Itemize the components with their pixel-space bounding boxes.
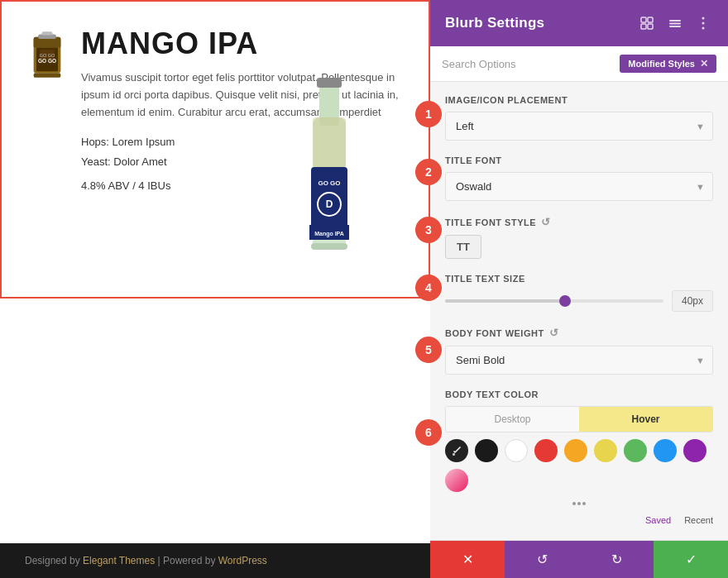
svg-point-29 bbox=[702, 27, 705, 30]
modified-styles-label: Modified Styles bbox=[628, 59, 695, 69]
title-text-size-label: Title Text Size bbox=[445, 274, 713, 284]
step-badge-2: 2 bbox=[415, 159, 442, 185]
title-text-size-fill bbox=[445, 299, 565, 303]
svg-rect-25 bbox=[669, 23, 681, 25]
svg-text:GO GO: GO GO bbox=[318, 179, 340, 187]
recent-label[interactable]: Recent bbox=[684, 515, 713, 525]
undo-icon: ↺ bbox=[537, 552, 548, 567]
beer-bottle: GO GO D Mango IPA bbox=[288, 51, 387, 332]
title-text-size-value[interactable]: 40px bbox=[672, 290, 713, 312]
title-text-size-track[interactable] bbox=[445, 299, 663, 303]
title-font-style-reset-icon[interactable]: ↺ bbox=[541, 216, 551, 228]
title-text-size-thumb[interactable] bbox=[559, 295, 571, 307]
footer-separator: | Powered by bbox=[158, 555, 218, 566]
dot-2 bbox=[577, 502, 581, 505]
title-font-style-group: Title Font Style ↺ TT bbox=[445, 216, 713, 259]
redo-icon: ↻ bbox=[611, 552, 622, 567]
cancel-button[interactable]: ✕ bbox=[430, 541, 505, 578]
svg-rect-8 bbox=[41, 31, 52, 35]
title-text-size-group: Title Text Size 40px bbox=[445, 274, 713, 312]
eyedropper-swatch[interactable] bbox=[445, 439, 468, 462]
elegant-themes-link[interactable]: Elegant Themes bbox=[83, 555, 155, 566]
svg-rect-23 bbox=[648, 24, 653, 29]
dot-1 bbox=[572, 502, 576, 505]
step-badge-3: 3 bbox=[415, 217, 442, 243]
body-font-weight-reset-icon[interactable]: ↺ bbox=[549, 327, 559, 339]
wordpress-link[interactable]: WordPress bbox=[218, 555, 267, 566]
redo-button[interactable]: ↻ bbox=[579, 541, 654, 578]
purple-swatch[interactable] bbox=[683, 439, 706, 462]
blue-swatch[interactable] bbox=[654, 439, 677, 462]
save-button[interactable]: ✓ bbox=[654, 541, 728, 578]
color-swatches bbox=[445, 439, 713, 492]
fullscreen-icon[interactable] bbox=[637, 13, 657, 33]
content-area: 1 2 3 4 5 6 GO GO GO GO MANGO IPA Vivamu… bbox=[0, 0, 430, 578]
image-placement-select-wrapper: Left Right Top Bottom ▼ bbox=[445, 112, 713, 141]
footer-text: Designed by bbox=[25, 555, 83, 566]
white-swatch[interactable] bbox=[505, 439, 528, 462]
grid-icon[interactable] bbox=[665, 13, 685, 33]
dot-3 bbox=[582, 502, 586, 505]
black-swatch[interactable] bbox=[475, 439, 498, 462]
more-options-dots[interactable] bbox=[445, 499, 713, 509]
beer-can-icon: GO GO GO GO bbox=[26, 30, 68, 79]
svg-rect-19 bbox=[311, 243, 347, 250]
image-placement-label: Image/Icon Placement bbox=[445, 95, 713, 105]
search-bar: Search Options Modified Styles ✕ bbox=[430, 46, 728, 82]
svg-point-28 bbox=[702, 22, 705, 25]
yellow-swatch[interactable] bbox=[594, 439, 617, 462]
title-font-select-wrapper: Oswald Arial Georgia Helvetica ▼ bbox=[445, 172, 713, 201]
svg-rect-11 bbox=[317, 78, 342, 88]
svg-text:GO GO: GO GO bbox=[40, 53, 55, 58]
search-options-label: Search Options bbox=[442, 58, 516, 70]
color-tabs: Desktop Hover bbox=[445, 406, 713, 432]
undo-button[interactable]: ↺ bbox=[505, 541, 579, 578]
image-placement-group: Image/Icon Placement Left Right Top Bott… bbox=[445, 95, 713, 141]
saved-label[interactable]: Saved bbox=[645, 515, 671, 525]
red-swatch[interactable] bbox=[534, 439, 558, 462]
body-font-weight-label: Body Font Weight ↺ bbox=[445, 327, 713, 339]
svg-rect-24 bbox=[669, 20, 681, 21]
save-icon: ✓ bbox=[686, 552, 697, 567]
body-font-weight-select[interactable]: Thin Light Regular Semi Bold Bold Extra … bbox=[445, 346, 713, 375]
modified-styles-badge[interactable]: Modified Styles ✕ bbox=[620, 55, 716, 73]
svg-rect-21 bbox=[648, 17, 653, 22]
blurb-section: 1 2 3 4 5 6 GO GO GO GO MANGO IPA Vivamu… bbox=[0, 0, 430, 299]
color-tab-hover[interactable]: Hover bbox=[579, 407, 712, 432]
cancel-icon: ✕ bbox=[462, 552, 473, 567]
settings-panel: Blurb Settings bbox=[430, 0, 728, 578]
svg-text:D: D bbox=[326, 198, 333, 210]
body-text-color-label: Body Text Color bbox=[445, 389, 713, 399]
saved-recent-row: Saved Recent bbox=[445, 515, 713, 525]
more-icon[interactable] bbox=[693, 13, 713, 33]
body-text-color-group: Body Text Color Desktop Hover bbox=[445, 389, 713, 525]
color-tab-desktop[interactable]: Desktop bbox=[446, 407, 579, 432]
title-font-select[interactable]: Oswald Arial Georgia Helvetica bbox=[445, 172, 713, 201]
svg-rect-6 bbox=[34, 73, 61, 77]
orange-swatch[interactable] bbox=[564, 439, 587, 462]
modified-styles-close[interactable]: ✕ bbox=[700, 58, 708, 69]
site-footer: Designed by Elegant Themes | Powered by … bbox=[0, 543, 430, 578]
svg-text:GO GO: GO GO bbox=[38, 58, 56, 64]
svg-rect-30 bbox=[453, 453, 455, 456]
svg-text:Mango IPA: Mango IPA bbox=[314, 231, 344, 237]
image-placement-select[interactable]: Left Right Top Bottom bbox=[445, 112, 713, 141]
step-badge-6: 6 bbox=[415, 419, 442, 446]
title-font-style-label: Title Font Style ↺ bbox=[445, 216, 713, 228]
settings-content: Image/Icon Placement Left Right Top Bott… bbox=[430, 82, 728, 540]
svg-rect-26 bbox=[669, 26, 681, 27]
title-font-group: Title Font Oswald Arial Georgia Helvetic… bbox=[445, 155, 713, 201]
panel-header: Blurb Settings bbox=[430, 0, 728, 46]
panel-title: Blurb Settings bbox=[445, 15, 544, 31]
body-font-weight-group: Body Font Weight ↺ Thin Light Regular Se… bbox=[445, 327, 713, 375]
svg-rect-20 bbox=[641, 17, 646, 22]
header-icons bbox=[637, 13, 713, 33]
svg-rect-18 bbox=[313, 117, 346, 167]
step-badge-4: 4 bbox=[415, 275, 442, 301]
custom-color-swatch[interactable] bbox=[445, 469, 468, 492]
title-font-label: Title Font bbox=[445, 155, 713, 165]
title-font-style-button[interactable]: TT bbox=[445, 235, 481, 259]
green-swatch[interactable] bbox=[624, 439, 647, 462]
action-bar: ✕ ↺ ↻ ✓ bbox=[430, 540, 728, 578]
svg-rect-22 bbox=[641, 24, 646, 29]
